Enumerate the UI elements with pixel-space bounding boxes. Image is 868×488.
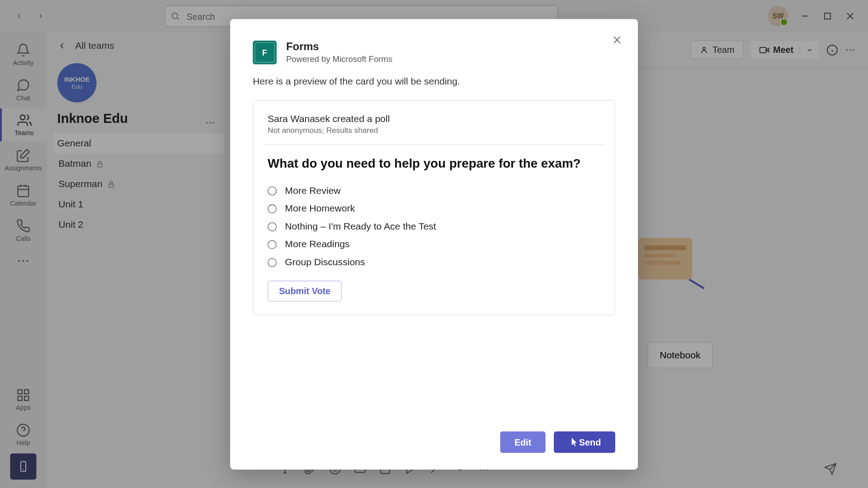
radio-icon <box>268 186 277 195</box>
edit-button[interactable]: Edit <box>500 432 546 453</box>
submit-vote-button[interactable]: Submit Vote <box>268 281 342 301</box>
poll-author: Sara Wanasek created a poll <box>268 114 600 125</box>
forms-app-icon: F <box>253 41 277 65</box>
send-label: Send <box>579 437 601 447</box>
modal-app-name: Forms <box>286 41 392 53</box>
poll-option-label: Nothing – I'm Ready to Ace the Test <box>285 221 436 232</box>
modal-app-sub: Powered by Microsoft Forms <box>286 54 392 64</box>
poll-option-label: More Review <box>285 185 340 196</box>
modal-description: Here is a preview of the card you will b… <box>253 76 615 87</box>
radio-icon <box>268 258 277 267</box>
poll-option[interactable]: Group Discussions <box>268 253 600 272</box>
poll-option[interactable]: Nothing – I'm Ready to Ace the Test <box>268 218 600 236</box>
poll-meta: Not anonymous; Results shared <box>268 126 600 135</box>
poll-option-label: Group Discussions <box>285 257 365 268</box>
modal-close-button[interactable] <box>609 32 625 47</box>
radio-icon <box>268 204 277 213</box>
poll-question: What do you need to help you prepare for… <box>268 155 600 171</box>
poll-option[interactable]: More Homework <box>268 200 600 218</box>
poll-option-label: More Readings <box>285 239 349 250</box>
radio-icon <box>268 222 277 231</box>
poll-option[interactable]: More Readings <box>268 235 600 253</box>
poll-card: Sara Wanasek created a poll Not anonymou… <box>253 100 615 315</box>
poll-option-label: More Homework <box>285 203 355 214</box>
forms-preview-modal: F Forms Powered by Microsoft Forms Here … <box>230 19 638 469</box>
cursor-icon <box>568 437 579 448</box>
poll-option[interactable]: More Review <box>268 182 600 200</box>
send-button[interactable]: Send <box>554 432 615 453</box>
radio-icon <box>268 240 277 249</box>
